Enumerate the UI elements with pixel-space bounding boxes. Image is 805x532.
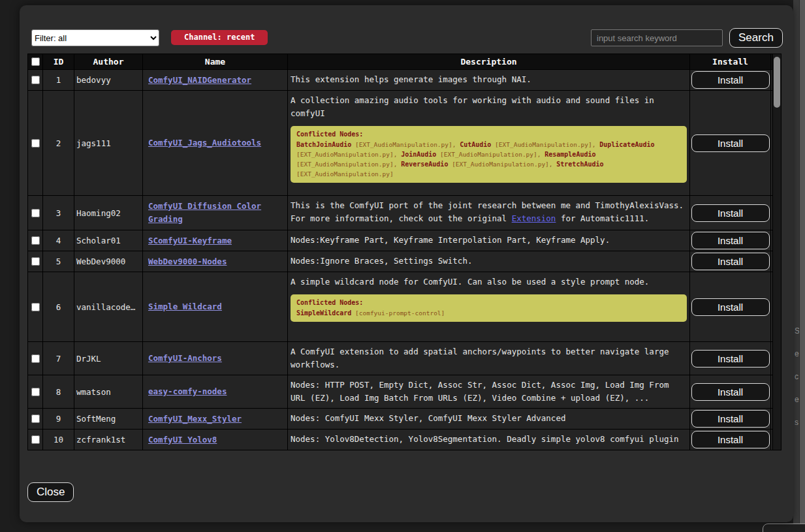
table-row: 3 Haoming02 ComfyUI Diffusion Color Grad… [27, 196, 772, 230]
row-select-checkbox[interactable] [31, 354, 40, 363]
page-scrollbar[interactable] [799, 0, 805, 532]
install-cell: Install [690, 91, 771, 195]
background-text-fragment: e [795, 395, 799, 404]
row-select-checkbox[interactable] [31, 209, 40, 217]
checkbox-cell [27, 342, 43, 375]
table-scrollbar-thumb[interactable] [774, 57, 780, 108]
row-select-checkbox[interactable] [31, 388, 40, 396]
checkbox-cell [27, 196, 43, 230]
table-header: ID Author Name Description Install [27, 54, 772, 70]
table-row: 8 wmatson easy-comfy-nodes Nodes: HTTP P… [27, 375, 772, 409]
description-text: This extension helps generate images thr… [291, 74, 531, 84]
install-button[interactable]: Install [691, 232, 770, 249]
row-description: A collection amazing audio tools for wor… [288, 91, 690, 195]
node-name-link[interactable]: ComfyUI_Jags_Audiotools [148, 136, 261, 149]
row-author: DrJKL [74, 342, 143, 375]
node-name-link[interactable]: easy-comfy-nodes [148, 385, 227, 398]
node-name-link[interactable]: ComfyUI Diffusion Color Grading [148, 200, 285, 226]
description-text: Nodes: HTTP POST, Empty Dict, Assoc Str,… [291, 380, 669, 403]
channel-badge: Channel: recent [171, 30, 268, 45]
description-text: Nodes: ComfyUI Mexx Styler, ComfyUI Mexx… [291, 413, 565, 423]
install-cell: Install [690, 272, 771, 341]
row-name-cell: ComfyUI_Mexx_Styler [143, 409, 288, 429]
description-text: Nodes: Yolov8Detection, Yolov8Segmentati… [291, 434, 679, 444]
install-button[interactable]: Install [691, 298, 770, 316]
row-id: 7 [43, 342, 74, 375]
node-name-link[interactable]: ComfyUI-Anchors [148, 352, 222, 365]
row-id: 3 [43, 196, 74, 230]
install-button[interactable]: Install [691, 134, 770, 152]
search-button[interactable]: Search [729, 28, 783, 48]
node-name-link[interactable]: WebDev9000-Nodes [148, 255, 227, 268]
row-description: Nodes: Yolov8Detection, Yolov8Segmentati… [288, 430, 690, 450]
row-author: Haoming02 [74, 196, 143, 230]
install-button[interactable]: Install [691, 410, 770, 428]
row-author: jags111 [74, 91, 143, 195]
row-description: Nodes:Keyframe Part, Keyframe Interpolat… [288, 230, 690, 251]
close-button[interactable]: Close [27, 482, 74, 502]
conflict-box: Conflicted Nodes: BatchJoinAudio [EXT_Au… [291, 126, 687, 183]
checkbox-cell [27, 91, 43, 195]
row-author: vanillacode… [74, 272, 143, 341]
background-partial-button[interactable] [763, 524, 805, 532]
header-name: Name [143, 54, 288, 69]
row-select-checkbox[interactable] [31, 415, 40, 423]
row-description: A ComfyUI extension to add spatial ancho… [288, 342, 690, 375]
node-name-link[interactable]: ComfyUI_NAIDGenerator [148, 74, 251, 87]
row-description: A simple wildcard node for ComfyUI. Can … [288, 272, 690, 341]
install-cell: Install [690, 375, 771, 408]
install-button[interactable]: Install [691, 253, 770, 270]
table-row: 6 vanillacode… Simple Wildcard A simple … [27, 272, 772, 342]
description-text: Nodes:Keyframe Part, Keyframe Interpolat… [291, 235, 610, 245]
install-button[interactable]: Install [691, 431, 770, 448]
row-name-cell: ComfyUI-Anchors [143, 342, 288, 375]
conflict-node-name: ReverseAudio [401, 161, 448, 168]
row-author: WebDev9000 [74, 251, 143, 272]
description-text: A ComfyUI extension to add spatial ancho… [291, 347, 669, 369]
install-button[interactable]: Install [691, 71, 770, 89]
conflict-node-name: BatchJoinAudio [296, 141, 351, 148]
row-id: 1 [43, 70, 74, 90]
row-author: Scholar01 [74, 230, 143, 251]
search-input[interactable] [591, 29, 723, 46]
node-name-link[interactable]: SComfyUI-Keyframe [148, 234, 232, 247]
node-name-link[interactable]: ComfyUI Yolov8 [148, 433, 217, 446]
conflict-node-source: [EXT_AudioManipulation.py] [296, 170, 394, 178]
row-select-checkbox[interactable] [31, 236, 40, 245]
install-button[interactable]: Install [691, 350, 770, 368]
node-name-link[interactable]: Simple Wildcard [148, 300, 222, 313]
row-author: SoftMeng [74, 409, 143, 429]
extension-link[interactable]: Extension [512, 213, 556, 223]
row-id: 2 [43, 91, 74, 195]
row-select-checkbox[interactable] [31, 76, 40, 84]
node-name-link[interactable]: ComfyUI_Mexx_Styler [148, 413, 242, 426]
row-select-checkbox[interactable] [31, 257, 40, 266]
row-description: Nodes:Ignore Braces, Settings Switch. [288, 251, 690, 272]
filter-select[interactable]: Filter: all [31, 29, 159, 46]
conflict-title: Conflicted Nodes: [296, 298, 681, 307]
row-select-checkbox[interactable] [31, 435, 40, 444]
page: { "colors": { "badge_bg": "#bb2233", "co… [0, 0, 805, 532]
install-cell: Install [690, 409, 771, 429]
install-cell: Install [690, 342, 771, 375]
table-row: 4 Scholar01 SComfyUI-Keyframe Nodes:Keyf… [27, 230, 772, 251]
header-description: Description [288, 54, 690, 69]
row-select-checkbox[interactable] [31, 303, 40, 311]
description-text: A collection amazing audio tools for wor… [291, 95, 654, 118]
conflict-node-source: [comfyui-prompt-control] [351, 309, 445, 317]
row-name-cell: SComfyUI-Keyframe [143, 230, 288, 251]
table-row: 5 WebDev9000 WebDev9000-Nodes Nodes:Igno… [27, 251, 772, 272]
checkbox-cell [27, 409, 43, 429]
row-select-checkbox[interactable] [31, 139, 40, 148]
conflict-node-source: [EXT_AudioManipulation.py], [436, 151, 545, 158]
select-all-checkbox[interactable] [31, 57, 40, 66]
checkbox-cell [27, 430, 43, 450]
header-install: Install [690, 54, 771, 69]
row-id: 9 [43, 409, 74, 429]
header-checkbox-cell [27, 54, 43, 69]
install-button[interactable]: Install [691, 204, 770, 222]
install-custom-nodes-dialog: Filter: all Channel: recent Search ID Au… [20, 5, 793, 522]
install-button[interactable]: Install [691, 383, 770, 401]
table-scrollbar[interactable] [772, 54, 781, 450]
table-row: 7 DrJKL ComfyUI-Anchors A ComfyUI extens… [27, 342, 772, 375]
